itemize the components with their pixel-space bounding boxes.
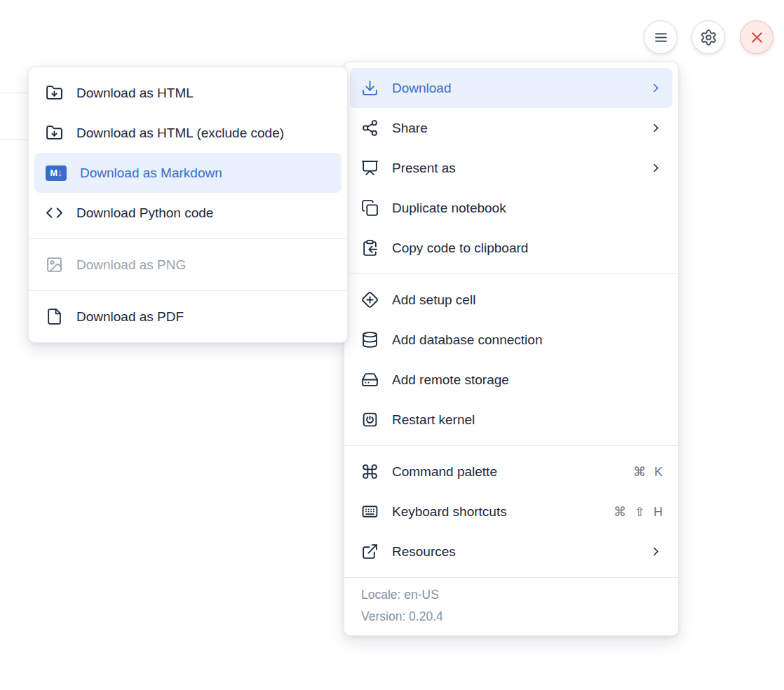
menu-item-copy-code[interactable]: Copy code to clipboard	[350, 228, 673, 268]
menu-item-label: Download Python code	[76, 205, 332, 221]
menu-item-duplicate-notebook[interactable]: Duplicate notebook	[350, 188, 673, 228]
menu-item-label: Present as	[392, 161, 636, 176]
diamond-plus-icon	[361, 291, 379, 309]
menu-group: Download as HTML Download as HTML (exclu…	[29, 67, 347, 238]
command-icon	[361, 463, 379, 480]
locale-text: Locale: en-US	[361, 584, 667, 606]
menu-group: Download Share Present as	[344, 62, 678, 273]
shortcut-hint: ⌘ K	[633, 464, 663, 480]
menu-item-download[interactable]: Download	[350, 68, 673, 108]
version-text: Version: 0.20.4	[361, 606, 667, 628]
submenu-item-download-html-exclude-code[interactable]: Download as HTML (exclude code)	[34, 113, 342, 153]
image-icon	[46, 256, 63, 273]
close-button[interactable]	[740, 20, 773, 54]
menu-item-label: Command palette	[392, 464, 620, 480]
chevron-right-icon	[649, 545, 663, 558]
database-icon	[361, 331, 379, 349]
menu-item-label: Download	[392, 81, 636, 96]
menu-group: Command palette ⌘ K Keyboard shortcuts ⌘…	[344, 445, 678, 577]
markdown-icon: M↓	[46, 165, 67, 181]
menu-item-label: Download as HTML (exclude code)	[76, 126, 332, 141]
menu-item-add-database-connection[interactable]: Add database connection	[350, 320, 673, 360]
chevron-right-icon	[649, 121, 663, 135]
gear-icon	[700, 29, 717, 46]
download-submenu-panel: Download as HTML Download as HTML (exclu…	[28, 67, 348, 343]
settings-button[interactable]	[691, 20, 725, 54]
hamburger-icon	[652, 29, 670, 46]
shortcut-hint: ⌘ ⇧ H	[614, 504, 663, 520]
clipboard-copy-icon	[361, 239, 379, 257]
menu-item-label: Copy code to clipboard	[392, 241, 663, 256]
menu-group: Add setup cell Add database connection A…	[344, 273, 678, 445]
menu-footer: Locale: en-US Version: 0.20.4	[344, 577, 678, 635]
share-icon	[361, 119, 379, 137]
menu-item-restart-kernel[interactable]: Restart kernel	[350, 400, 673, 440]
menu-group: Download as PDF	[29, 290, 347, 342]
submenu-item-download-markdown[interactable]: M↓ Download as Markdown	[34, 153, 342, 193]
submenu-item-download-html[interactable]: Download as HTML	[34, 73, 342, 113]
menu-item-label: Download as Markdown	[80, 165, 332, 181]
menu-item-present-as[interactable]: Present as	[350, 148, 673, 188]
menu-item-label: Download as HTML	[76, 86, 332, 101]
copy-icon	[361, 199, 379, 217]
submenu-item-download-python[interactable]: Download Python code	[34, 193, 342, 233]
menu-item-add-setup-cell[interactable]: Add setup cell	[350, 280, 673, 320]
menu-item-label: Resources	[392, 544, 636, 560]
menu-item-add-remote-storage[interactable]: Add remote storage	[350, 360, 673, 400]
menu-item-label: Add setup cell	[392, 292, 663, 308]
notebook-menu-button[interactable]	[644, 20, 677, 54]
menu-item-label: Download as PDF	[76, 309, 332, 325]
menu-item-label: Keyboard shortcuts	[392, 504, 600, 520]
keyboard-icon	[361, 503, 379, 520]
menu-item-label: Share	[392, 121, 636, 136]
chevron-right-icon	[649, 81, 663, 95]
hard-drive-icon	[361, 371, 379, 388]
submenu-item-download-png[interactable]: Download as PNG	[34, 245, 342, 285]
chevron-right-icon	[649, 161, 663, 175]
menu-item-command-palette[interactable]: Command palette ⌘ K	[350, 452, 673, 492]
menu-item-label: Duplicate notebook	[392, 201, 663, 216]
menu-group: Download as PNG	[29, 238, 347, 290]
menu-item-label: Add database connection	[392, 332, 663, 348]
presentation-icon	[361, 159, 379, 177]
folder-down-icon	[46, 124, 63, 142]
menu-item-label: Add remote storage	[392, 372, 663, 388]
menu-item-share[interactable]: Share	[350, 108, 673, 148]
power-icon	[361, 411, 379, 428]
close-icon	[748, 29, 766, 46]
menu-item-keyboard-shortcuts[interactable]: Keyboard shortcuts ⌘ ⇧ H	[350, 492, 673, 532]
menu-item-resources[interactable]: Resources	[350, 532, 673, 571]
file-icon	[46, 308, 63, 325]
submenu-item-download-pdf[interactable]: Download as PDF	[34, 297, 342, 337]
menu-item-label: Restart kernel	[392, 412, 663, 428]
code-icon	[46, 204, 63, 222]
menu-item-label: Download as PNG	[76, 257, 332, 273]
download-icon	[361, 79, 379, 97]
external-link-icon	[361, 543, 379, 560]
background-divider	[0, 93, 29, 93]
folder-down-icon	[46, 84, 63, 102]
background-divider	[0, 140, 29, 140]
notebook-menu-panel: Download Share Present as	[344, 62, 679, 636]
